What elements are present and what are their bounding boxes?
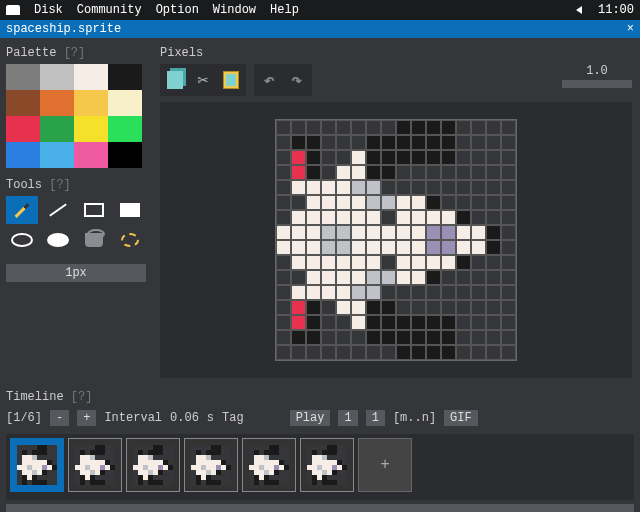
pixel-cell[interactable] xyxy=(501,240,516,255)
pixel-cell[interactable] xyxy=(276,285,291,300)
pixel-cell[interactable] xyxy=(336,120,351,135)
pixel-cell[interactable] xyxy=(321,135,336,150)
pixel-cell[interactable] xyxy=(366,240,381,255)
pixel-cell[interactable] xyxy=(486,345,501,360)
pixel-cell[interactable] xyxy=(456,150,471,165)
zoom-control[interactable]: 1.0 xyxy=(562,64,632,88)
pixel-cell[interactable] xyxy=(366,150,381,165)
pixel-cell[interactable] xyxy=(486,150,501,165)
pixel-cell[interactable] xyxy=(291,255,306,270)
pixel-cell[interactable] xyxy=(396,120,411,135)
pixel-cell[interactable] xyxy=(321,270,336,285)
pixel-cell[interactable] xyxy=(306,210,321,225)
pixel-cell[interactable] xyxy=(411,195,426,210)
pixel-cell[interactable] xyxy=(276,300,291,315)
palette-swatch-8[interactable] xyxy=(6,116,40,142)
pixel-cell[interactable] xyxy=(336,345,351,360)
pixel-cell[interactable] xyxy=(411,330,426,345)
pixel-cell[interactable] xyxy=(441,150,456,165)
pixel-cell[interactable] xyxy=(471,210,486,225)
pixel-cell[interactable] xyxy=(366,180,381,195)
pixel-cell[interactable] xyxy=(426,225,441,240)
pixel-cell[interactable] xyxy=(366,330,381,345)
pixel-cell[interactable] xyxy=(486,300,501,315)
frame-6[interactable] xyxy=(300,438,354,492)
pixel-cell[interactable] xyxy=(426,240,441,255)
tool-pencil[interactable] xyxy=(6,196,38,224)
pixel-cell[interactable] xyxy=(486,165,501,180)
pixel-cell[interactable] xyxy=(486,135,501,150)
pixel-cell[interactable] xyxy=(291,270,306,285)
frame-5[interactable] xyxy=(242,438,296,492)
pixel-cell[interactable] xyxy=(471,315,486,330)
pixel-cell[interactable] xyxy=(336,255,351,270)
menu-help[interactable]: Help xyxy=(270,3,299,17)
pixel-cell[interactable] xyxy=(426,300,441,315)
menu-window[interactable]: Window xyxy=(213,3,256,17)
pixel-cell[interactable] xyxy=(456,225,471,240)
pixel-cell[interactable] xyxy=(426,210,441,225)
pixel-cell[interactable] xyxy=(441,240,456,255)
pixel-cell[interactable] xyxy=(441,210,456,225)
pixel-cell[interactable] xyxy=(351,210,366,225)
undo-button[interactable]: ↶ xyxy=(256,66,282,94)
frame-append-button[interactable]: + xyxy=(358,438,412,492)
pixel-cell[interactable] xyxy=(411,180,426,195)
pixel-cell[interactable] xyxy=(381,195,396,210)
interval-value[interactable]: 0.06 xyxy=(170,411,199,425)
pixel-cell[interactable] xyxy=(276,255,291,270)
pixel-cell[interactable] xyxy=(351,195,366,210)
pixel-cell[interactable] xyxy=(366,285,381,300)
pixel-cell[interactable] xyxy=(306,300,321,315)
pixel-cell[interactable] xyxy=(381,345,396,360)
pixel-cell[interactable] xyxy=(396,315,411,330)
redo-button[interactable]: ↷ xyxy=(284,66,310,94)
pixel-cell[interactable] xyxy=(501,225,516,240)
pixel-cell[interactable] xyxy=(441,120,456,135)
pixel-cell[interactable] xyxy=(351,330,366,345)
pixel-cell[interactable] xyxy=(486,255,501,270)
pixel-cell[interactable] xyxy=(441,195,456,210)
pixel-cell[interactable] xyxy=(381,255,396,270)
pixel-cell[interactable] xyxy=(426,255,441,270)
pixel-cell[interactable] xyxy=(366,300,381,315)
pixel-cell[interactable] xyxy=(501,345,516,360)
pixel-cell[interactable] xyxy=(291,285,306,300)
pixel-cell[interactable] xyxy=(471,165,486,180)
pixel-cell[interactable] xyxy=(381,135,396,150)
tool-ellipse-filled[interactable] xyxy=(42,226,74,254)
pixel-cell[interactable] xyxy=(381,270,396,285)
pixel-cell[interactable] xyxy=(471,345,486,360)
pixel-cell[interactable] xyxy=(471,330,486,345)
pixel-cell[interactable] xyxy=(366,315,381,330)
pixel-cell[interactable] xyxy=(471,180,486,195)
pixel-cell[interactable] xyxy=(426,165,441,180)
pixel-cell[interactable] xyxy=(501,255,516,270)
pixel-cell[interactable] xyxy=(321,180,336,195)
pixel-canvas[interactable] xyxy=(275,119,517,361)
pixel-cell[interactable] xyxy=(501,210,516,225)
palette-swatch-4[interactable] xyxy=(6,90,40,116)
pixel-cell[interactable] xyxy=(471,255,486,270)
pixel-cell[interactable] xyxy=(396,255,411,270)
pixel-cell[interactable] xyxy=(396,165,411,180)
pixel-cell[interactable] xyxy=(456,270,471,285)
palette-swatch-3[interactable] xyxy=(108,64,142,90)
menu-community[interactable]: Community xyxy=(77,3,142,17)
pixel-cell[interactable] xyxy=(276,195,291,210)
pixel-cell[interactable] xyxy=(396,135,411,150)
pixel-cell[interactable] xyxy=(351,285,366,300)
pixel-cell[interactable] xyxy=(336,330,351,345)
pixel-cell[interactable] xyxy=(471,120,486,135)
pixel-cell[interactable] xyxy=(486,330,501,345)
pixel-cell[interactable] xyxy=(426,345,441,360)
cut-button[interactable]: ✂ xyxy=(190,66,216,94)
pixel-cell[interactable] xyxy=(291,120,306,135)
speaker-icon[interactable] xyxy=(576,6,582,14)
pixel-cell[interactable] xyxy=(351,135,366,150)
pixel-cell[interactable] xyxy=(291,180,306,195)
pixel-cell[interactable] xyxy=(321,300,336,315)
pixel-cell[interactable] xyxy=(456,195,471,210)
pixel-cell[interactable] xyxy=(456,135,471,150)
pixel-cell[interactable] xyxy=(456,330,471,345)
